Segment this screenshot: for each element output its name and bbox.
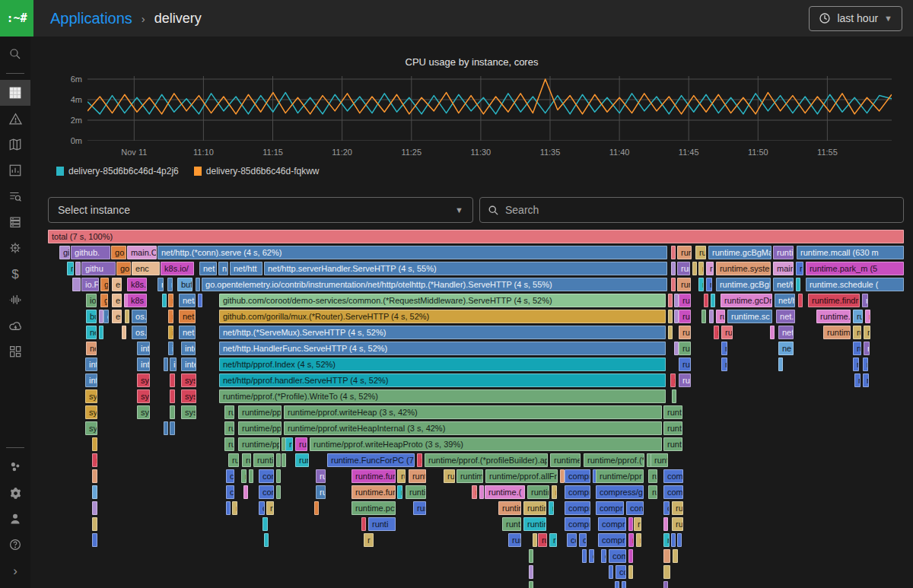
flame-block[interactable] bbox=[170, 373, 175, 387]
flame-block[interactable]: n bbox=[218, 262, 228, 275]
flame-block[interactable]: runt bbox=[295, 437, 307, 451]
flame-block[interactable] bbox=[671, 278, 676, 291]
flame-block[interactable]: net bbox=[199, 262, 217, 275]
flame-block[interactable] bbox=[170, 389, 175, 403]
flame-block[interactable]: inte bbox=[137, 342, 150, 355]
flame-block[interactable]: sys bbox=[85, 421, 97, 435]
flame-block[interactable] bbox=[92, 501, 97, 515]
flame-block[interactable]: con bbox=[626, 501, 644, 515]
flame-block[interactable]: runtir bbox=[677, 246, 692, 259]
sidebar-item-settings[interactable] bbox=[0, 480, 30, 506]
flame-block[interactable]: runtime/pprof.allFr bbox=[485, 469, 558, 483]
flame-block[interactable]: runtime/pprof.writeHeapInternal (3 s, 42… bbox=[284, 421, 662, 435]
flame-block[interactable]: net/htt bbox=[230, 262, 262, 275]
flame-block[interactable]: r bbox=[549, 501, 554, 515]
flame-block[interactable]: net bbox=[86, 342, 97, 355]
flame-block[interactable]: compr bbox=[596, 501, 624, 515]
flame-block[interactable]: r bbox=[628, 533, 634, 547]
flame-block[interactable]: r bbox=[714, 326, 719, 339]
flame-block[interactable]: cc bbox=[259, 501, 265, 515]
flame-block[interactable]: net. bbox=[778, 326, 794, 339]
flame-block[interactable]: runt bbox=[716, 310, 725, 323]
legend-item[interactable]: delivery-85d6b6c46d-4p2j6 bbox=[56, 166, 179, 176]
flame-block[interactable]: runti bbox=[663, 421, 682, 435]
flame-block[interactable] bbox=[122, 326, 126, 339]
flame-block[interactable]: r bbox=[232, 501, 237, 515]
flame-block[interactable]: r bbox=[864, 342, 870, 355]
flame-block[interactable]: enc bbox=[132, 262, 160, 275]
flame-block[interactable]: run bbox=[679, 326, 691, 339]
flame-block[interactable]: run bbox=[224, 405, 234, 419]
flame-block[interactable]: ru bbox=[663, 533, 670, 547]
time-range-picker[interactable]: last hour ▼ bbox=[809, 6, 902, 31]
flame-block[interactable]: n bbox=[636, 533, 641, 547]
flame-block[interactable]: k8s.io/ bbox=[161, 262, 194, 275]
flame-block[interactable]: runtime.FuncForPC (700 bbox=[327, 453, 415, 467]
flame-block[interactable]: n bbox=[706, 278, 712, 291]
flame-block[interactable]: runti bbox=[663, 437, 682, 451]
flame-block[interactable]: ne bbox=[157, 278, 164, 291]
flame-block[interactable]: enc bbox=[112, 294, 122, 307]
flame-block[interactable]: compr bbox=[598, 533, 626, 547]
flame-block[interactable]: sysc bbox=[181, 405, 196, 419]
flame-block[interactable]: runtime.gcBgM bbox=[716, 278, 771, 291]
flame-block[interactable]: r bbox=[670, 373, 676, 387]
sidebar-item-project[interactable] bbox=[0, 454, 30, 480]
flame-block[interactable]: runtime/ppr bbox=[596, 469, 644, 483]
flame-block[interactable]: runt bbox=[679, 310, 691, 323]
flame-block[interactable]: r bbox=[698, 278, 704, 291]
flame-block[interactable]: compr bbox=[565, 501, 590, 515]
flame-block[interactable]: r bbox=[770, 326, 775, 339]
flame-block[interactable]: sysc bbox=[181, 389, 196, 403]
flame-block[interactable] bbox=[75, 262, 81, 275]
flame-block[interactable]: r bbox=[364, 533, 374, 547]
flame-block[interactable]: ru bbox=[648, 485, 657, 499]
flame-block[interactable]: runt bbox=[295, 453, 309, 467]
flame-block[interactable]: rur bbox=[695, 246, 706, 259]
flame-block[interactable]: runtime/pprof.(*Profile).WriteTo (4 s, 5… bbox=[219, 389, 666, 403]
sidebar-item-applications[interactable] bbox=[0, 80, 30, 106]
flame-block[interactable]: sys bbox=[85, 405, 97, 419]
flame-block[interactable]: bufio bbox=[177, 278, 192, 291]
flame-block[interactable]: runt bbox=[677, 262, 690, 275]
flame-block[interactable]: c bbox=[589, 549, 594, 563]
flame-block[interactable] bbox=[262, 517, 268, 531]
flame-block[interactable]: ru bbox=[864, 326, 870, 339]
flame-block[interactable]: r bbox=[854, 373, 861, 387]
flame-block[interactable] bbox=[198, 294, 202, 307]
flame-block[interactable]: ri bbox=[549, 533, 557, 547]
sidebar-item-kubernetes[interactable] bbox=[0, 235, 30, 261]
flame-block[interactable] bbox=[671, 246, 676, 259]
sidebar-item-cloud[interactable] bbox=[0, 313, 30, 338]
flame-block[interactable]: ru bbox=[444, 469, 455, 483]
flame-block[interactable]: ru bbox=[242, 453, 251, 467]
flame-block[interactable]: ru bbox=[796, 262, 803, 275]
flame-block[interactable]: sysc bbox=[181, 373, 196, 387]
search-input[interactable] bbox=[505, 204, 870, 216]
flame-block[interactable]: inte bbox=[181, 358, 196, 371]
flame-block[interactable]: runtime bbox=[456, 469, 483, 483]
flame-block[interactable]: ru bbox=[721, 326, 733, 339]
sidebar-item-service-map[interactable] bbox=[0, 132, 30, 157]
flame-block[interactable]: os.( bbox=[132, 310, 147, 323]
flame-block[interactable] bbox=[663, 549, 670, 563]
flame-block[interactable]: runtime.gcDrain bbox=[721, 294, 772, 307]
flame-block[interactable] bbox=[671, 533, 676, 547]
flame-block[interactable]: compr bbox=[565, 485, 590, 499]
flame-block[interactable]: runtime.mcall (630 m bbox=[797, 246, 904, 259]
flame-block[interactable] bbox=[672, 389, 676, 403]
flame-block[interactable]: en bbox=[112, 278, 122, 291]
sidebar-item-costs[interactable]: $ bbox=[0, 261, 30, 287]
flame-block[interactable] bbox=[663, 581, 668, 588]
flame-block[interactable] bbox=[479, 485, 484, 499]
flame-block[interactable]: gi bbox=[59, 246, 70, 259]
flame-block[interactable]: rur bbox=[316, 485, 326, 499]
flame-block[interactable]: net/ht bbox=[775, 294, 795, 307]
flame-block[interactable]: compr bbox=[565, 517, 590, 531]
flame-block[interactable]: ru bbox=[672, 501, 683, 515]
flame-block[interactable] bbox=[72, 278, 81, 291]
flame-block[interactable]: com bbox=[663, 469, 683, 483]
sidebar-item-traces[interactable] bbox=[0, 183, 30, 209]
flame-block[interactable]: r bbox=[628, 565, 633, 579]
flame-block[interactable]: runtin bbox=[498, 501, 521, 515]
